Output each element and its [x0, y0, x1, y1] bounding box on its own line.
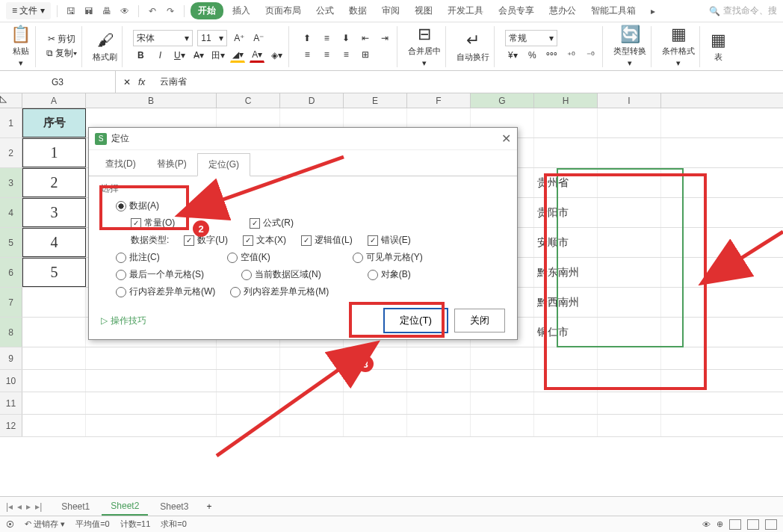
chk-logical[interactable]: 逻辑值(L): [301, 234, 353, 247]
merge-button[interactable]: ⊟合并居中▾: [408, 25, 441, 68]
sheet-tab-3[interactable]: Sheet3: [151, 498, 197, 515]
tab-find[interactable]: 查找(D): [95, 153, 146, 176]
radio-col-diff[interactable]: 列内容差异单元格(M): [230, 285, 329, 298]
row-header[interactable]: 6: [0, 258, 22, 287]
indent-right-icon[interactable]: ⇥: [377, 31, 392, 46]
tips-link[interactable]: ▷ 操作技巧: [101, 315, 146, 327]
cut-button[interactable]: ✂ 剪切: [48, 33, 75, 46]
radio-row-diff[interactable]: 行内容差异单元格(W): [116, 285, 215, 298]
row-header[interactable]: 1: [0, 108, 22, 137]
preview-icon[interactable]: 👁: [117, 4, 132, 19]
view-normal-icon[interactable]: [729, 519, 741, 530]
radio-comment[interactable]: 批注(C): [116, 251, 160, 264]
col-header-f[interactable]: F: [407, 93, 471, 108]
fx-icon[interactable]: fx: [138, 77, 145, 87]
cell[interactable]: 5: [22, 258, 86, 287]
cell[interactable]: 黔东南州: [534, 258, 598, 287]
sheet-tab-2[interactable]: Sheet2: [102, 498, 148, 516]
tab-member[interactable]: 会员专享: [492, 2, 540, 19]
cell[interactable]: 序号: [22, 108, 86, 137]
cell[interactable]: 安顺市: [534, 228, 598, 257]
row-header[interactable]: 5: [0, 228, 22, 257]
align-left-icon[interactable]: ≡: [300, 47, 315, 62]
currency-icon[interactable]: ¥▾: [505, 48, 520, 63]
chk-text[interactable]: 文本(X): [243, 234, 286, 247]
table-style-button[interactable]: ▦表: [711, 31, 726, 63]
tab-formula[interactable]: 公式: [310, 2, 340, 19]
row-header[interactable]: 4: [0, 198, 22, 227]
view-break-icon[interactable]: [765, 519, 777, 530]
eye-icon[interactable]: 👁: [702, 520, 711, 529]
command-search[interactable]: 🔍 查找命令、搜: [709, 4, 777, 17]
font-shrink-icon[interactable]: A⁻: [251, 31, 266, 46]
radio-data[interactable]: 数据(A): [116, 200, 159, 212]
undo-icon[interactable]: ↶: [145, 4, 160, 19]
align-middle-icon[interactable]: ≡: [319, 31, 334, 46]
radio-object[interactable]: 对象(B): [368, 268, 411, 281]
cell[interactable]: 3: [22, 198, 86, 227]
view-page-icon[interactable]: [747, 519, 759, 530]
row-header[interactable]: 8: [0, 318, 22, 347]
save-icon[interactable]: 🖫: [64, 4, 78, 19]
print-icon[interactable]: 🖶: [99, 4, 114, 19]
distribute-icon[interactable]: ⊞: [358, 47, 373, 62]
radio-blank[interactable]: 空值(K): [227, 251, 270, 264]
tab-layout[interactable]: 页面布局: [259, 2, 307, 19]
dec-inc-icon[interactable]: ⁺⁰: [563, 48, 578, 63]
add-sheet-icon[interactable]: +: [200, 501, 217, 512]
name-box[interactable]: G3: [0, 71, 116, 93]
focus-icon[interactable]: ⊕: [717, 519, 723, 529]
type-convert-button[interactable]: 🔄类型转换▾: [613, 25, 646, 68]
radio-region[interactable]: 当前数据区域(N): [241, 268, 321, 281]
strike-button[interactable]: A̶▾: [191, 48, 206, 63]
align-bottom-icon[interactable]: ⬇: [338, 31, 353, 46]
more-tabs[interactable]: ▸: [645, 4, 661, 19]
row-header[interactable]: 11: [0, 392, 22, 414]
tab-insert[interactable]: 插入: [226, 2, 256, 19]
cell[interactable]: 黔西南州: [534, 288, 598, 317]
italic-button[interactable]: I: [152, 48, 167, 63]
row-header[interactable]: 9: [0, 347, 22, 369]
sheet-tab-1[interactable]: Sheet1: [52, 498, 99, 515]
percent-icon[interactable]: %: [524, 48, 539, 63]
chk-formula[interactable]: 公式(R): [250, 217, 294, 229]
tab-goto[interactable]: 定位(G): [197, 153, 250, 176]
font-family-select[interactable]: 宋体▾: [133, 30, 193, 46]
goto-button[interactable]: 定位(T): [383, 308, 448, 333]
formula-input[interactable]: 云南省: [152, 75, 194, 88]
underline-button[interactable]: U▾: [172, 48, 187, 63]
font-grow-icon[interactable]: A⁺: [232, 31, 247, 46]
select-all-corner[interactable]: ◺: [0, 93, 22, 108]
radio-visible[interactable]: 可见单元格(Y): [353, 251, 423, 264]
cell[interactable]: 4: [22, 228, 86, 257]
tab-dev[interactable]: 开发工具: [442, 2, 489, 19]
radio-last[interactable]: 最后一个单元格(S): [116, 268, 204, 281]
redo-icon[interactable]: ↷: [163, 4, 178, 19]
cancel-formula-icon[interactable]: ✕: [123, 77, 131, 87]
tab-data[interactable]: 数据: [343, 2, 373, 19]
saveas-icon[interactable]: 🖬: [81, 4, 96, 19]
align-right-icon[interactable]: ≡: [338, 47, 353, 62]
tab-review[interactable]: 审阅: [376, 2, 406, 19]
phonetic-button[interactable]: ◈▾: [269, 48, 284, 63]
row-header[interactable]: 2: [0, 138, 22, 167]
col-header-g[interactable]: G: [471, 93, 534, 108]
cell[interactable]: 2: [22, 168, 86, 197]
col-header-c[interactable]: C: [217, 93, 280, 108]
wrap-button[interactable]: ↵自动换行: [457, 31, 489, 63]
cell[interactable]: 1: [22, 138, 86, 167]
cell[interactable]: 铜仁市: [534, 318, 598, 347]
copy-button[interactable]: ⧉ 复制▾: [46, 47, 77, 60]
comma-icon[interactable]: ᵒᵒᵒ: [544, 48, 559, 63]
row-header[interactable]: 7: [0, 288, 22, 317]
font-color-button[interactable]: A▾: [250, 48, 264, 63]
font-size-select[interactable]: 11▾: [197, 30, 227, 46]
cell[interactable]: 贵州省: [534, 168, 598, 197]
col-header-d[interactable]: D: [280, 93, 344, 108]
cell[interactable]: 贵阳市: [534, 198, 598, 227]
sheet-last-icon[interactable]: ▸|: [35, 501, 42, 512]
chk-constant[interactable]: 常量(O): [131, 217, 175, 229]
border-button[interactable]: 田▾: [211, 48, 226, 63]
file-menu[interactable]: ≡ 文件 ▾: [6, 2, 51, 19]
chk-error[interactable]: 错误(E): [368, 234, 411, 247]
